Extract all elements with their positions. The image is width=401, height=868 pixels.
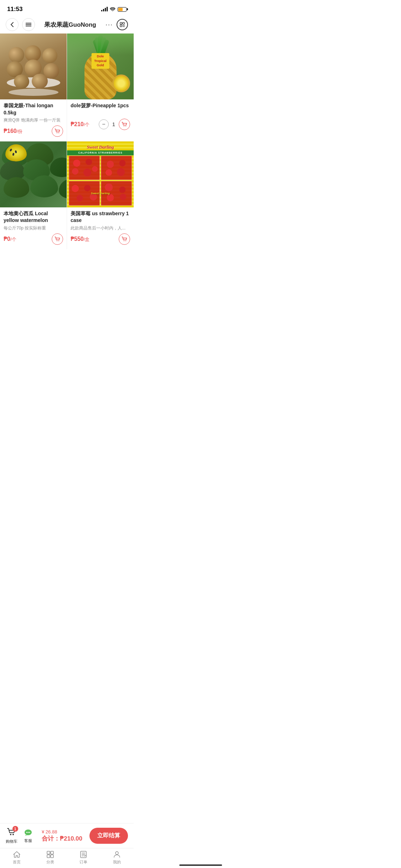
product-card-longan: 泰国龙眼-Thai longan 0.5kg 爽滑Q弹 饱满肉厚 一份一斤装 ₱… — [0, 33, 67, 141]
product-card-strawberry: Sweet Darling CALIFORNIA STRAWBERRIES — [67, 141, 134, 249]
product-name-watermelon: 本地黄心西瓜 Local yellow watermelon — [4, 210, 63, 224]
status-bar: 11:53 — [0, 0, 134, 16]
product-info-watermelon: 本地黄心西瓜 Local yellow watermelon 每公斤70p 按实… — [0, 207, 67, 245]
signal-icon — [101, 7, 108, 11]
scan-button[interactable] — [117, 19, 128, 30]
product-desc-longan: 爽滑Q弹 饱满肉厚 一份一斤装 — [4, 118, 63, 123]
add-to-cart-pineapple[interactable] — [119, 119, 130, 130]
svg-point-17 — [125, 241, 126, 241]
svg-rect-6 — [123, 25, 124, 26]
product-desc-watermelon: 每公斤70p 按实际称重 — [4, 226, 63, 231]
wifi-icon — [110, 7, 115, 12]
product-info-pineapple: dole菠萝-Pineapple 1pcs ₱210/个 − 1 — [67, 99, 134, 130]
svg-rect-7 — [124, 25, 125, 26]
product-name-longan: 泰国龙眼-Thai longan 0.5kg — [4, 102, 63, 116]
svg-rect-8 — [123, 26, 124, 27]
battery-icon — [118, 7, 127, 12]
add-to-cart-watermelon[interactable] — [52, 233, 63, 245]
product-price-row-pineapple: ₱210/个 − 1 — [71, 119, 130, 130]
add-to-cart-strawberry[interactable] — [119, 233, 130, 245]
menu-button[interactable] — [22, 18, 35, 31]
product-price-watermelon: ₱0/个 — [4, 236, 16, 243]
svg-point-15 — [58, 241, 59, 241]
product-image-longan — [0, 33, 67, 99]
quantity-control-pineapple: − 1 — [99, 119, 130, 130]
product-name-strawberry: 美国草莓 us strawberry 1 case — [71, 210, 130, 224]
add-to-cart-longan[interactable] — [52, 125, 63, 137]
product-price-row-watermelon: ₱0/个 — [4, 233, 63, 245]
sweet-darling-label: Sweet Darling — [87, 144, 114, 150]
svg-rect-4 — [123, 22, 124, 24]
store-title: 果农果蔬GuoNong — [38, 21, 102, 29]
svg-rect-5 — [120, 25, 122, 27]
product-price-longan: ₱160/份 — [4, 128, 22, 135]
back-button[interactable] — [6, 18, 19, 31]
more-button[interactable]: ··· — [106, 21, 113, 29]
product-card-watermelon: 本地黄心西瓜 Local yellow watermelon 每公斤70p 按实… — [0, 141, 67, 249]
svg-point-11 — [58, 133, 59, 133]
quantity-decrease-pineapple[interactable]: − — [99, 119, 109, 129]
product-price-strawberry: ₱550/盒 — [71, 236, 89, 243]
product-info-strawberry: 美国草莓 us strawberry 1 case 此款商品售后一小时内，人..… — [67, 207, 134, 245]
product-desc-pineapple — [71, 111, 130, 117]
svg-point-13 — [125, 126, 126, 126]
product-card-pineapple: DoleTropicalGold dole菠萝-Pineapple 1pcs ₱… — [67, 33, 134, 141]
svg-rect-3 — [120, 22, 122, 24]
product-desc-strawberry: 此款商品售后一小时内，人... — [71, 226, 130, 231]
svg-point-16 — [124, 241, 124, 241]
svg-rect-9 — [124, 26, 125, 27]
svg-point-14 — [57, 241, 57, 241]
product-price-row-longan: ₱160/份 — [4, 125, 63, 137]
dole-label: DoleTropicalGold — [91, 53, 109, 69]
product-price-row-strawberry: ₱550/盒 — [71, 233, 130, 245]
status-time: 11:53 — [7, 6, 22, 13]
product-price-pineapple: ₱210/个 — [71, 121, 89, 128]
status-icons — [101, 7, 127, 12]
quantity-value-pineapple: 1 — [111, 121, 117, 127]
product-image-pineapple: DoleTropicalGold — [67, 33, 134, 99]
svg-point-10 — [57, 133, 57, 133]
product-image-watermelon — [0, 141, 67, 207]
product-grid: 泰国龙眼-Thai longan 0.5kg 爽滑Q弹 饱满肉厚 一份一斤装 ₱… — [0, 33, 134, 249]
product-info-longan: 泰国龙眼-Thai longan 0.5kg 爽滑Q弹 饱满肉厚 一份一斤装 ₱… — [0, 99, 67, 137]
nav-bar: 果农果蔬GuoNong ··· — [0, 16, 134, 33]
product-name-pineapple: dole菠萝-Pineapple 1pcs — [71, 102, 130, 109]
product-image-strawberry: Sweet Darling CALIFORNIA STRAWBERRIES — [67, 141, 134, 207]
svg-point-12 — [124, 126, 124, 126]
